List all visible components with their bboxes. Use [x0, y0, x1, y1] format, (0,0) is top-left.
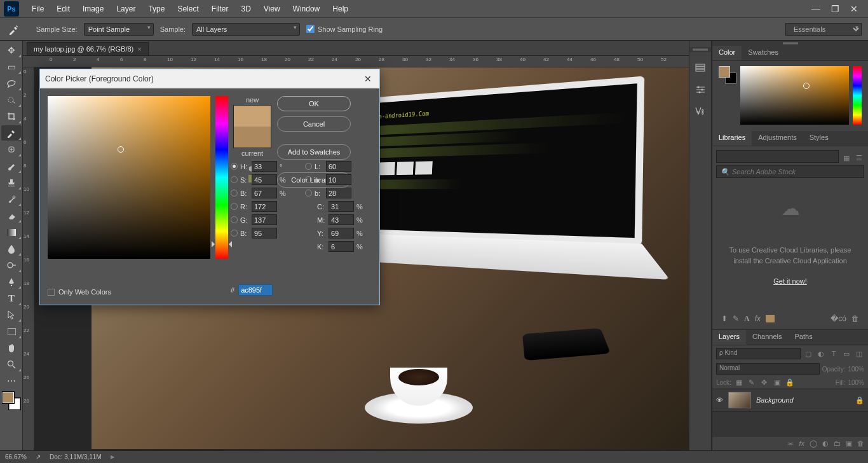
- zoom-tool[interactable]: [1, 357, 22, 372]
- zoom-level[interactable]: 66,67%: [5, 453, 27, 460]
- new-color-swatch[interactable]: [234, 106, 271, 127]
- maximize-button[interactable]: ❐: [830, 4, 840, 14]
- add-to-swatches-button[interactable]: Add to Swatches: [277, 144, 351, 160]
- filter-adjust-icon[interactable]: ◐: [816, 349, 826, 359]
- lasso-tool[interactable]: [1, 76, 22, 91]
- show-sampling-ring-checkbox[interactable]: Show Sampling Ring: [306, 25, 383, 33]
- menu-window[interactable]: Window: [287, 2, 327, 16]
- dialog-close-button[interactable]: ✕: [362, 73, 374, 85]
- radio-g[interactable]: [231, 216, 238, 223]
- field-m[interactable]: [329, 214, 354, 225]
- ok-button[interactable]: OK: [277, 96, 351, 111]
- radio-b[interactable]: [231, 190, 238, 197]
- group-icon[interactable]: 🗀: [834, 439, 841, 448]
- tab-swatches[interactable]: Swatches: [742, 46, 785, 60]
- layer-filter-kind[interactable]: ρ Kind: [716, 348, 801, 359]
- field-r[interactable]: [252, 201, 277, 212]
- field-h[interactable]: [252, 161, 277, 172]
- type-tool[interactable]: T: [1, 291, 22, 306]
- marquee-tool[interactable]: ▭: [1, 59, 22, 74]
- tab-adjustments[interactable]: Adjustments: [752, 131, 803, 146]
- field-a[interactable]: [326, 174, 351, 185]
- current-tool-icon[interactable]: [6, 22, 22, 37]
- saturation-value-field[interactable]: [48, 96, 210, 259]
- current-color-swatch[interactable]: [234, 127, 271, 148]
- foreground-swatch[interactable]: [3, 392, 14, 403]
- menu-type[interactable]: Type: [142, 2, 171, 16]
- blend-mode-select[interactable]: Normal: [716, 363, 820, 375]
- filter-image-icon[interactable]: ▢: [803, 349, 813, 359]
- field-b2[interactable]: [326, 188, 351, 198]
- menu-help[interactable]: Help: [326, 2, 355, 16]
- field-bb[interactable]: [252, 188, 277, 198]
- tab-paths[interactable]: Paths: [789, 330, 819, 345]
- color-swatches[interactable]: [3, 392, 20, 410]
- menu-select[interactable]: Select: [171, 2, 205, 16]
- upload-icon[interactable]: ⬆: [721, 314, 728, 323]
- hand-tool[interactable]: [1, 340, 22, 356]
- document-tab[interactable]: my laptop.jpg @ 66,7% (RGB/8) ×: [27, 42, 149, 55]
- hue-strip[interactable]: [853, 66, 862, 125]
- dodge-tool[interactable]: [1, 258, 22, 273]
- edit-toolbar[interactable]: ⋯: [1, 373, 22, 389]
- ruler-horizontal[interactable]: 0246810121416182022242628303234363840424…: [23, 56, 689, 67]
- field-b3[interactable]: [252, 228, 277, 238]
- hex-input[interactable]: [238, 284, 273, 296]
- fill-value[interactable]: 100%: [848, 379, 864, 386]
- path-select-tool[interactable]: [1, 307, 22, 322]
- healing-tool[interactable]: [1, 142, 22, 157]
- eyedropper-tool[interactable]: [1, 125, 22, 141]
- history-brush-tool[interactable]: [1, 191, 22, 207]
- tab-libraries[interactable]: Libraries: [712, 131, 752, 146]
- lock-pos-icon[interactable]: ✥: [759, 377, 770, 387]
- radio-l[interactable]: [305, 163, 312, 170]
- filter-smart-icon[interactable]: ◫: [854, 349, 864, 359]
- tab-color[interactable]: Color: [712, 46, 742, 60]
- radio-h[interactable]: [231, 163, 238, 170]
- delete-layer-icon[interactable]: 🗑: [857, 439, 864, 448]
- library-select[interactable]: [716, 150, 839, 163]
- crop-tool[interactable]: [1, 109, 22, 124]
- radio-r[interactable]: [231, 203, 238, 210]
- color-field[interactable]: [740, 66, 849, 125]
- quick-select-tool[interactable]: [1, 92, 22, 107]
- trash-icon[interactable]: 🗑: [851, 314, 859, 323]
- brush-tool[interactable]: [1, 158, 22, 174]
- layer-fx-icon[interactable]: fx: [799, 439, 804, 448]
- filter-type-icon[interactable]: T: [829, 349, 839, 359]
- close-button[interactable]: ✕: [849, 4, 859, 14]
- list-view-icon[interactable]: ☰: [854, 153, 864, 163]
- menu-edit[interactable]: Edit: [50, 2, 76, 16]
- properties-icon[interactable]: [693, 84, 707, 95]
- lock-trans-icon[interactable]: ▦: [734, 377, 744, 387]
- grid-view-icon[interactable]: ▦: [841, 153, 851, 163]
- link-icon[interactable]: �có: [831, 314, 846, 323]
- radio-a[interactable]: [305, 176, 312, 183]
- filter-shape-icon[interactable]: ▭: [841, 349, 851, 359]
- dialog-titlebar[interactable]: Color Picker (Foreground Color) ✕: [40, 69, 379, 88]
- strip-collapse[interactable]: [689, 47, 711, 52]
- owc-checkbox[interactable]: [48, 289, 55, 296]
- menu-image[interactable]: Image: [76, 2, 110, 16]
- cancel-button[interactable]: Cancel: [277, 116, 351, 132]
- mini-swatches[interactable]: [719, 66, 736, 84]
- lock-paint-icon[interactable]: ✎: [747, 377, 757, 387]
- opacity-value[interactable]: 100%: [848, 366, 864, 373]
- lock-nest-icon[interactable]: ▣: [772, 377, 782, 387]
- close-tab-icon[interactable]: ×: [137, 45, 141, 53]
- character-icon[interactable]: [693, 106, 707, 117]
- field-g[interactable]: [252, 214, 277, 225]
- tab-channels[interactable]: Channels: [746, 330, 788, 345]
- panel-collapse[interactable]: [712, 41, 868, 46]
- field-s[interactable]: [252, 174, 277, 185]
- sample-size-select[interactable]: Point Sample: [84, 23, 154, 36]
- eraser-tool[interactable]: [1, 208, 22, 223]
- doc-size[interactable]: Doc: 3,11M/3,11M: [50, 453, 102, 460]
- lock-icon[interactable]: 🔒: [855, 396, 864, 404]
- new-layer-icon[interactable]: ▣: [846, 439, 852, 448]
- share-icon[interactable]: ↗: [36, 453, 41, 460]
- menu-layer[interactable]: Layer: [110, 2, 142, 16]
- ruler-vertical[interactable]: 0246810121416182022242628: [23, 67, 34, 450]
- layer-item-background[interactable]: 👁 Background 🔒: [712, 389, 868, 411]
- tab-styles[interactable]: Styles: [803, 131, 835, 146]
